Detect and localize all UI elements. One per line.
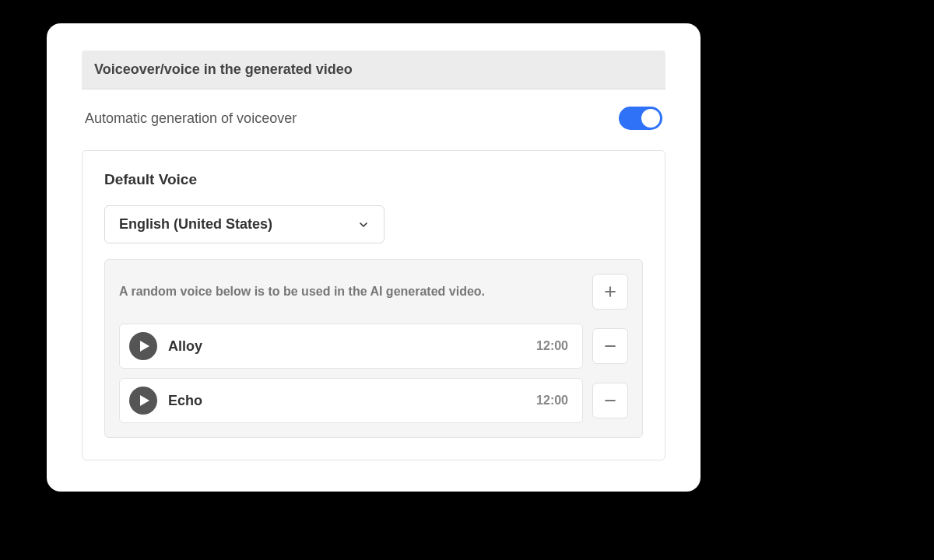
remove-voice-button[interactable]	[592, 328, 628, 364]
voices-box: A random voice below is to be used in th…	[104, 259, 643, 438]
voice-time: 12:00	[536, 394, 568, 408]
voices-hint: A random voice below is to be used in th…	[119, 285, 485, 299]
default-voice-panel: Default Voice English (United States) A …	[82, 150, 665, 460]
voice-row: Echo 12:00	[119, 378, 628, 423]
add-voice-button[interactable]	[592, 274, 628, 310]
voice-row: Alloy 12:00	[119, 324, 628, 369]
toggle-thumb	[641, 109, 660, 128]
remove-voice-button[interactable]	[592, 383, 628, 418]
voice-item: Echo 12:00	[119, 378, 583, 423]
play-icon[interactable]	[129, 387, 157, 415]
section-title: Voiceover/voice in the generated video	[94, 61, 353, 77]
minus-icon	[602, 393, 618, 408]
chevron-down-icon	[357, 219, 370, 231]
default-voice-title: Default Voice	[104, 171, 643, 188]
language-select[interactable]: English (United States)	[104, 205, 384, 243]
auto-voiceover-label: Automatic generation of voiceover	[85, 110, 297, 127]
voice-item: Alloy 12:00	[119, 324, 583, 369]
settings-card: Voiceover/voice in the generated video A…	[47, 23, 700, 492]
auto-voiceover-toggle[interactable]	[619, 107, 662, 130]
play-icon[interactable]	[129, 332, 157, 360]
section-header: Voiceover/voice in the generated video	[82, 51, 665, 89]
voice-time: 12:00	[536, 339, 568, 353]
voice-name: Alloy	[168, 338, 525, 355]
language-selected-value: English (United States)	[119, 216, 272, 233]
minus-icon	[602, 338, 618, 354]
plus-icon	[602, 284, 618, 299]
voices-header: A random voice below is to be used in th…	[119, 274, 628, 310]
voice-name: Echo	[168, 393, 525, 409]
auto-voiceover-row: Automatic generation of voiceover	[82, 89, 665, 150]
